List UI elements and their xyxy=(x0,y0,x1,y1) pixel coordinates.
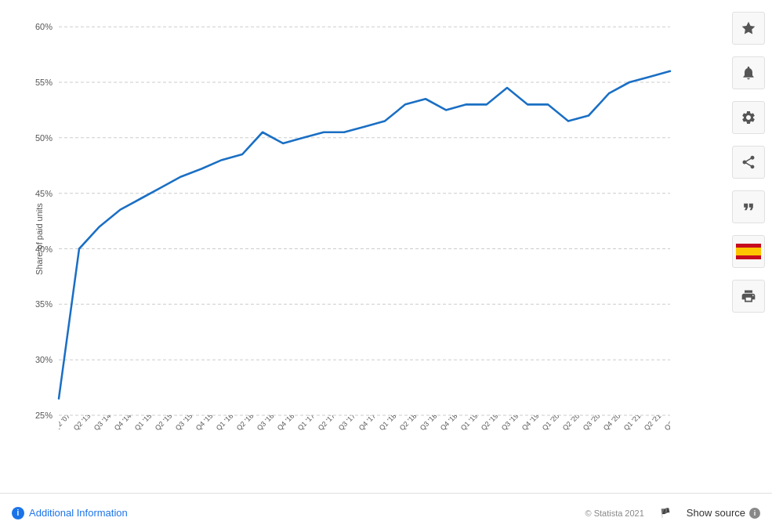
x-tick-label: Q3 '20 xyxy=(582,415,602,432)
x-tick-label: Q2 '07 xyxy=(59,415,71,432)
x-tick-label: Q2 '18 xyxy=(398,415,419,432)
x-tick-label: Q1 '15 xyxy=(133,415,154,432)
sidebar xyxy=(725,0,772,313)
print-icon[interactable] xyxy=(732,280,765,313)
favorite-icon[interactable] xyxy=(732,12,765,45)
x-tick-label: Q1 '17 xyxy=(296,415,317,432)
x-tick-label: Q4 '17 xyxy=(357,415,378,432)
copyright-text: © Statista 2021 xyxy=(585,508,643,518)
x-tick-label: Q4 '20 xyxy=(602,415,622,432)
x-tick-label: Q2 '13 xyxy=(72,415,92,432)
x-tick-label: Q1 '21 xyxy=(622,415,643,432)
x-tick-label: Q4 '16 xyxy=(276,415,296,432)
additional-info-label: Additional Information xyxy=(29,507,128,519)
x-tick-label: Q2 '21 xyxy=(643,415,663,432)
x-tick-label: Q2 '19 xyxy=(480,415,500,432)
svg-text:60%: 60% xyxy=(35,22,53,31)
x-tick-label: Q4 '14 xyxy=(113,415,133,432)
x-tick-label: Q1 '18 xyxy=(378,415,398,432)
x-tick-label: Q1 '20 xyxy=(541,415,561,432)
x-tick-label: Q3 '18 xyxy=(419,415,439,432)
x-tick-label: Q3 '17 xyxy=(337,415,357,432)
x-tick-label: Q1 '19 xyxy=(459,415,480,432)
citation-icon[interactable] xyxy=(732,190,765,223)
show-source-button[interactable]: Show source i xyxy=(687,507,760,519)
svg-rect-17 xyxy=(736,248,761,255)
settings-icon[interactable] xyxy=(732,101,765,134)
svg-text:40%: 40% xyxy=(35,244,53,253)
x-tick-label: Q4 '18 xyxy=(439,415,459,432)
share-icon[interactable] xyxy=(732,146,765,179)
x-tick-label: Q3 '19 xyxy=(500,415,520,432)
x-tick-label: Q1 '16 xyxy=(215,415,235,432)
svg-text:25%: 25% xyxy=(35,411,53,420)
x-tick-label: Q3 '15 xyxy=(174,415,194,432)
x-tick-label: Q3 '16 xyxy=(256,415,276,432)
x-tick-label: Q2 '15 xyxy=(154,415,174,432)
x-tick-label: Q4 '15 xyxy=(194,415,215,432)
x-tick-label: Q2 '16 xyxy=(235,415,256,432)
x-tick-label: Q3 '14 xyxy=(92,415,113,432)
x-tick-label: Q4 '19 xyxy=(520,415,541,432)
svg-text:45%: 45% xyxy=(35,189,53,198)
x-tick-label: Q3 '21 xyxy=(663,415,670,432)
bell-icon[interactable] xyxy=(732,56,765,89)
show-source-label: Show source xyxy=(687,507,745,519)
footer: i Additional Information © Statista 2021… xyxy=(0,493,772,532)
svg-text:55%: 55% xyxy=(35,78,53,87)
x-tick-label: Q2 '20 xyxy=(561,415,582,432)
y-axis-label: Share of paid units xyxy=(34,192,44,286)
svg-text:30%: 30% xyxy=(35,355,53,364)
additional-info-button[interactable]: i Additional Information xyxy=(12,507,128,519)
language-flag-icon[interactable] xyxy=(732,235,765,268)
x-tick-label: Q2 '17 xyxy=(317,415,337,432)
svg-text:50%: 50% xyxy=(35,133,53,143)
svg-text:35%: 35% xyxy=(35,299,53,309)
